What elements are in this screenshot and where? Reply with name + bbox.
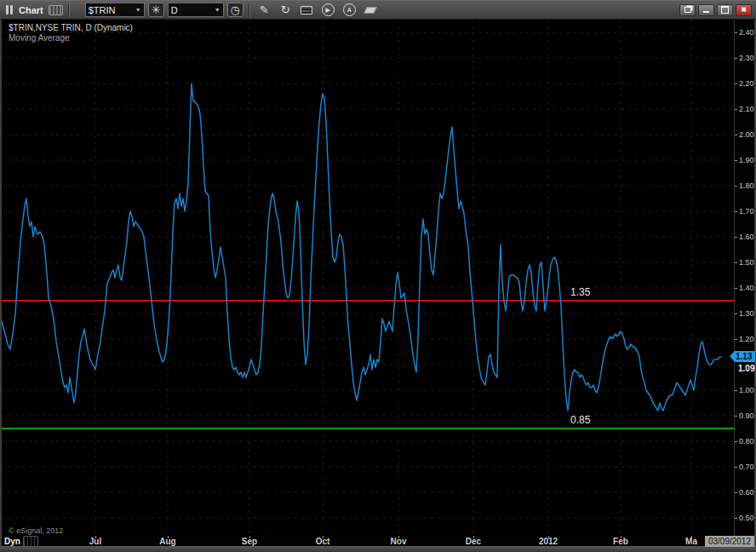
y-axis-tick: [735, 492, 737, 493]
minimize-button[interactable]: [698, 4, 714, 16]
chart-plot-area[interactable]: $TRIN,NYSE TRIN, D (Dynamic) Moving Aver…: [2, 20, 734, 536]
price-axis[interactable]: 2.402.302.202.102.001.901.801.701.601.50…: [734, 20, 754, 536]
y-axis-tick: [735, 135, 737, 135]
y-axis-tick: [735, 237, 737, 238]
y-axis-tick: [735, 390, 737, 391]
y-axis-label: 2.20: [739, 79, 754, 88]
chart-svg: [2, 20, 734, 536]
y-axis-tick: [735, 518, 737, 519]
dyn-lock-icon[interactable]: [23, 536, 38, 547]
x-axis-label: Nov: [391, 537, 407, 546]
y-axis-tick: [735, 109, 737, 110]
chevron-down-icon[interactable]: ▼: [215, 7, 220, 13]
y-axis-label: 0.60: [739, 488, 754, 497]
y-axis-label: 1.90: [739, 156, 754, 164]
interval-combobox[interactable]: D ▼: [168, 3, 224, 17]
ma-axis-label: 1.09: [738, 364, 754, 373]
window-bottom-edge: [0, 546, 756, 552]
chart-window: Chart $TRIN ▼ ✳ D ▼ ◷ ✎ ↻ ▶ A: [0, 0, 756, 552]
chart-mode-badge: [49, 5, 63, 15]
y-axis-label: 2.00: [739, 130, 754, 139]
y-axis-tick: [735, 441, 737, 442]
reload-button[interactable]: ↻: [277, 3, 295, 18]
y-axis-label: 2.40: [739, 28, 754, 37]
y-axis-label: 0.80: [739, 437, 754, 446]
maximize-button[interactable]: [717, 4, 733, 16]
dyn-label: Dyn: [4, 537, 20, 546]
replay-button[interactable]: ▶: [319, 3, 337, 18]
y-axis-tick: [735, 467, 737, 468]
x-axis-label: 2012: [539, 537, 558, 546]
x-axis-label: Oct: [316, 537, 330, 546]
y-axis-label: 1.40: [739, 284, 754, 292]
y-axis-tick: [735, 339, 737, 340]
y-axis-tick: [735, 160, 737, 161]
window-controls: ✖: [679, 4, 752, 16]
clock-icon: ◷: [231, 3, 240, 16]
chart-subtitle: Moving Average: [9, 33, 70, 43]
close-icon: ✖: [741, 7, 747, 14]
x-axis-label: Feb: [613, 537, 628, 546]
copyright-label: © eSignal, 2012: [9, 526, 63, 535]
y-axis-label: 2.30: [739, 54, 754, 62]
y-axis-label: 1.20: [739, 335, 754, 343]
y-axis-label: 2.10: [739, 105, 754, 113]
chart-title: $TRIN,NYSE TRIN, D (Dynamic): [9, 23, 133, 32]
x-axis-label: Jul: [89, 537, 101, 546]
minimize-icon: [703, 7, 709, 13]
toolbar-divider: [68, 3, 70, 17]
toolbar: Chart $TRIN ▼ ✳ D ▼ ◷ ✎ ↻ ▶ A: [0, 1, 756, 20]
maximize-icon: [721, 6, 729, 14]
quote-icon: [301, 6, 312, 14]
hline-label: 1.35: [570, 286, 590, 298]
symbol-lookup-button[interactable]: ✳: [148, 3, 164, 17]
last-price-tag: 1.13: [730, 351, 755, 362]
y-axis-label: 0.90: [739, 411, 754, 420]
play-icon: ▶: [322, 3, 335, 16]
draw-tool-button[interactable]: ✎: [255, 3, 273, 18]
y-axis-tick: [735, 83, 737, 84]
quote-window-button[interactable]: [298, 3, 316, 18]
last-price-value: 1.13: [735, 351, 755, 362]
y-axis-tick: [735, 262, 737, 263]
y-axis-tick: [735, 186, 737, 187]
eraser-icon: [364, 7, 377, 14]
y-axis-tick: [735, 211, 737, 212]
eraser-button[interactable]: [362, 3, 380, 18]
y-axis-label: 1.50: [739, 258, 754, 267]
symbol-combobox[interactable]: $TRIN ▼: [85, 3, 145, 17]
auto-icon: A: [343, 3, 356, 16]
y-axis-label: 0.70: [739, 463, 754, 471]
window-title: Chart: [19, 5, 43, 15]
y-axis-label: 1.60: [739, 233, 754, 241]
y-axis-tick: [735, 416, 737, 417]
interval-value: D: [171, 5, 178, 15]
y-axis-label: 0.50: [739, 514, 754, 522]
close-button[interactable]: ✖: [736, 4, 752, 16]
y-axis-tick: [735, 288, 737, 289]
dyn-mode-toggle[interactable]: Dyn: [4, 536, 38, 547]
y-axis-label: 1.00: [739, 386, 754, 394]
restore-icon: [684, 7, 691, 13]
x-axis-label: Ma: [685, 537, 697, 546]
hline-label: 0.85: [570, 414, 590, 426]
x-axis-label: Dec: [466, 537, 481, 546]
chart-window-menu-icon[interactable]: [6, 5, 13, 14]
x-axis-label: Sep: [242, 537, 257, 546]
reload-icon: ↻: [281, 3, 290, 16]
y-axis-label: 1.70: [739, 207, 754, 216]
toolbar-divider: [249, 3, 250, 17]
dock-button[interactable]: [679, 4, 696, 16]
price-line-series: [2, 83, 721, 411]
pencil-icon: ✎: [260, 3, 269, 16]
time-template-button[interactable]: ◷: [227, 3, 243, 17]
chevron-down-icon[interactable]: ▼: [135, 7, 141, 13]
y-axis-tick: [735, 32, 737, 33]
last-date-box: 03/09/2012: [705, 536, 754, 547]
y-axis-tick: [735, 58, 737, 59]
symbol-lookup-icon: ✳: [152, 3, 161, 16]
autoscale-button[interactable]: A: [341, 3, 358, 18]
x-axis-label: Aug: [159, 537, 175, 546]
y-axis-label: 1.80: [739, 181, 754, 190]
y-axis-label: 1.30: [739, 309, 754, 318]
